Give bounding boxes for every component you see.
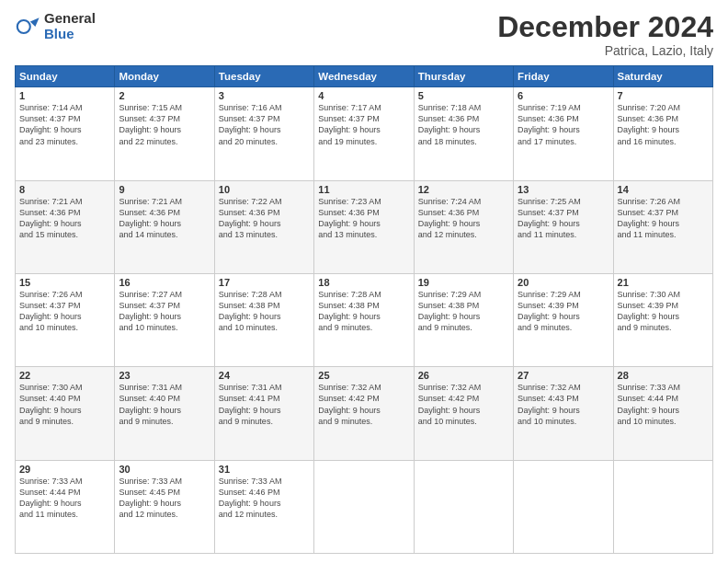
day-info: Sunrise: 7:29 AM Sunset: 4:39 PM Dayligh…: [518, 289, 609, 334]
calendar-cell: [613, 460, 712, 553]
day-number: 27: [518, 370, 609, 381]
day-info: Sunrise: 7:32 AM Sunset: 4:42 PM Dayligh…: [418, 382, 509, 427]
day-number: 24: [219, 370, 310, 381]
day-info: Sunrise: 7:23 AM Sunset: 4:36 PM Dayligh…: [318, 196, 409, 241]
day-number: 26: [418, 370, 509, 381]
day-info: Sunrise: 7:26 AM Sunset: 4:37 PM Dayligh…: [618, 196, 709, 241]
logo-text: General Blue: [44, 11, 96, 41]
calendar-cell: 21Sunrise: 7:30 AM Sunset: 4:39 PM Dayli…: [613, 273, 712, 366]
calendar-cell: 24Sunrise: 7:31 AM Sunset: 4:41 PM Dayli…: [214, 367, 313, 460]
calendar-table: SundayMondayTuesdayWednesdayThursdayFrid…: [15, 65, 713, 554]
day-info: Sunrise: 7:33 AM Sunset: 4:45 PM Dayligh…: [119, 476, 210, 521]
day-info: Sunrise: 7:27 AM Sunset: 4:37 PM Dayligh…: [119, 289, 210, 334]
day-number: 2: [119, 90, 210, 101]
calendar-header-friday: Friday: [514, 66, 613, 87]
svg-point-0: [17, 20, 30, 33]
day-info: Sunrise: 7:33 AM Sunset: 4:44 PM Dayligh…: [19, 476, 110, 521]
calendar-header-thursday: Thursday: [414, 66, 513, 87]
day-info: Sunrise: 7:16 AM Sunset: 4:37 PM Dayligh…: [219, 102, 310, 147]
calendar-cell: 4Sunrise: 7:17 AM Sunset: 4:37 PM Daylig…: [314, 87, 414, 180]
calendar-cell: 15Sunrise: 7:26 AM Sunset: 4:37 PM Dayli…: [16, 273, 115, 366]
logo: General Blue: [15, 11, 96, 41]
calendar-cell: 13Sunrise: 7:25 AM Sunset: 4:37 PM Dayli…: [514, 180, 613, 273]
calendar-cell: 30Sunrise: 7:33 AM Sunset: 4:45 PM Dayli…: [115, 460, 214, 553]
day-info: Sunrise: 7:22 AM Sunset: 4:36 PM Dayligh…: [219, 196, 310, 241]
day-info: Sunrise: 7:29 AM Sunset: 4:38 PM Dayligh…: [418, 289, 509, 334]
svg-marker-1: [30, 17, 40, 27]
day-info: Sunrise: 7:25 AM Sunset: 4:37 PM Dayligh…: [518, 196, 609, 241]
calendar-week-5: 29Sunrise: 7:33 AM Sunset: 4:44 PM Dayli…: [16, 460, 713, 553]
day-info: Sunrise: 7:30 AM Sunset: 4:39 PM Dayligh…: [618, 289, 709, 334]
calendar-cell: 2Sunrise: 7:15 AM Sunset: 4:37 PM Daylig…: [115, 87, 214, 180]
calendar-cell: 26Sunrise: 7:32 AM Sunset: 4:42 PM Dayli…: [414, 367, 513, 460]
calendar-cell: 23Sunrise: 7:31 AM Sunset: 4:40 PM Dayli…: [115, 367, 214, 460]
day-number: 11: [318, 184, 409, 195]
day-number: 25: [318, 370, 409, 381]
day-info: Sunrise: 7:33 AM Sunset: 4:46 PM Dayligh…: [219, 476, 310, 521]
day-number: 15: [19, 277, 110, 288]
day-number: 28: [618, 370, 709, 381]
day-info: Sunrise: 7:21 AM Sunset: 4:36 PM Dayligh…: [119, 196, 210, 241]
day-info: Sunrise: 7:19 AM Sunset: 4:36 PM Dayligh…: [518, 102, 609, 147]
day-info: Sunrise: 7:21 AM Sunset: 4:36 PM Dayligh…: [19, 196, 110, 241]
calendar-cell: 11Sunrise: 7:23 AM Sunset: 4:36 PM Dayli…: [314, 180, 414, 273]
day-number: 30: [119, 464, 210, 475]
calendar-cell: [314, 460, 414, 553]
calendar-cell: 7Sunrise: 7:20 AM Sunset: 4:36 PM Daylig…: [613, 87, 712, 180]
day-number: 6: [518, 90, 609, 101]
day-number: 18: [318, 277, 409, 288]
calendar-cell: 3Sunrise: 7:16 AM Sunset: 4:37 PM Daylig…: [214, 87, 313, 180]
day-number: 22: [19, 370, 110, 381]
calendar-cell: 14Sunrise: 7:26 AM Sunset: 4:37 PM Dayli…: [613, 180, 712, 273]
day-number: 14: [618, 184, 709, 195]
day-number: 3: [219, 90, 310, 101]
calendar-cell: 28Sunrise: 7:33 AM Sunset: 4:44 PM Dayli…: [613, 367, 712, 460]
day-info: Sunrise: 7:14 AM Sunset: 4:37 PM Dayligh…: [19, 102, 110, 147]
header: General Blue December 2024 Patrica, Lazi…: [15, 11, 713, 58]
calendar-cell: 18Sunrise: 7:28 AM Sunset: 4:38 PM Dayli…: [314, 273, 414, 366]
calendar-header-tuesday: Tuesday: [214, 66, 313, 87]
day-number: 7: [618, 90, 709, 101]
day-number: 19: [418, 277, 509, 288]
day-number: 1: [19, 90, 110, 101]
calendar-header-monday: Monday: [115, 66, 214, 87]
calendar-cell: [414, 460, 513, 553]
day-info: Sunrise: 7:15 AM Sunset: 4:37 PM Dayligh…: [119, 102, 210, 147]
page: General Blue December 2024 Patrica, Lazi…: [0, 0, 728, 563]
day-number: 9: [119, 184, 210, 195]
calendar-cell: 19Sunrise: 7:29 AM Sunset: 4:38 PM Dayli…: [414, 273, 513, 366]
day-number: 4: [318, 90, 409, 101]
calendar-week-2: 8Sunrise: 7:21 AM Sunset: 4:36 PM Daylig…: [16, 180, 713, 273]
title-location: Patrica, Lazio, Italy: [497, 43, 713, 58]
calendar-week-1: 1Sunrise: 7:14 AM Sunset: 4:37 PM Daylig…: [16, 87, 713, 180]
day-info: Sunrise: 7:30 AM Sunset: 4:40 PM Dayligh…: [19, 382, 110, 427]
calendar-cell: 31Sunrise: 7:33 AM Sunset: 4:46 PM Dayli…: [214, 460, 313, 553]
day-number: 12: [418, 184, 509, 195]
calendar-cell: 5Sunrise: 7:18 AM Sunset: 4:36 PM Daylig…: [414, 87, 513, 180]
calendar-header-row: SundayMondayTuesdayWednesdayThursdayFrid…: [16, 66, 713, 87]
calendar-header-saturday: Saturday: [613, 66, 712, 87]
calendar-cell: 6Sunrise: 7:19 AM Sunset: 4:36 PM Daylig…: [514, 87, 613, 180]
day-number: 13: [518, 184, 609, 195]
calendar-cell: 29Sunrise: 7:33 AM Sunset: 4:44 PM Dayli…: [16, 460, 115, 553]
calendar-cell: 20Sunrise: 7:29 AM Sunset: 4:39 PM Dayli…: [514, 273, 613, 366]
calendar-cell: 17Sunrise: 7:28 AM Sunset: 4:38 PM Dayli…: [214, 273, 313, 366]
calendar-cell: 10Sunrise: 7:22 AM Sunset: 4:36 PM Dayli…: [214, 180, 313, 273]
day-info: Sunrise: 7:31 AM Sunset: 4:40 PM Dayligh…: [119, 382, 210, 427]
day-number: 29: [19, 464, 110, 475]
day-number: 31: [219, 464, 310, 475]
calendar-cell: 27Sunrise: 7:32 AM Sunset: 4:43 PM Dayli…: [514, 367, 613, 460]
title-block: December 2024 Patrica, Lazio, Italy: [497, 11, 713, 58]
calendar-cell: 16Sunrise: 7:27 AM Sunset: 4:37 PM Dayli…: [115, 273, 214, 366]
day-info: Sunrise: 7:32 AM Sunset: 4:42 PM Dayligh…: [318, 382, 409, 427]
calendar-header-sunday: Sunday: [16, 66, 115, 87]
day-info: Sunrise: 7:26 AM Sunset: 4:37 PM Dayligh…: [19, 289, 110, 334]
calendar-header-wednesday: Wednesday: [314, 66, 414, 87]
calendar-cell: 25Sunrise: 7:32 AM Sunset: 4:42 PM Dayli…: [314, 367, 414, 460]
day-info: Sunrise: 7:28 AM Sunset: 4:38 PM Dayligh…: [219, 289, 310, 334]
day-info: Sunrise: 7:28 AM Sunset: 4:38 PM Dayligh…: [318, 289, 409, 334]
day-number: 17: [219, 277, 310, 288]
day-info: Sunrise: 7:33 AM Sunset: 4:44 PM Dayligh…: [618, 382, 709, 427]
day-number: 23: [119, 370, 210, 381]
calendar-cell: [514, 460, 613, 553]
